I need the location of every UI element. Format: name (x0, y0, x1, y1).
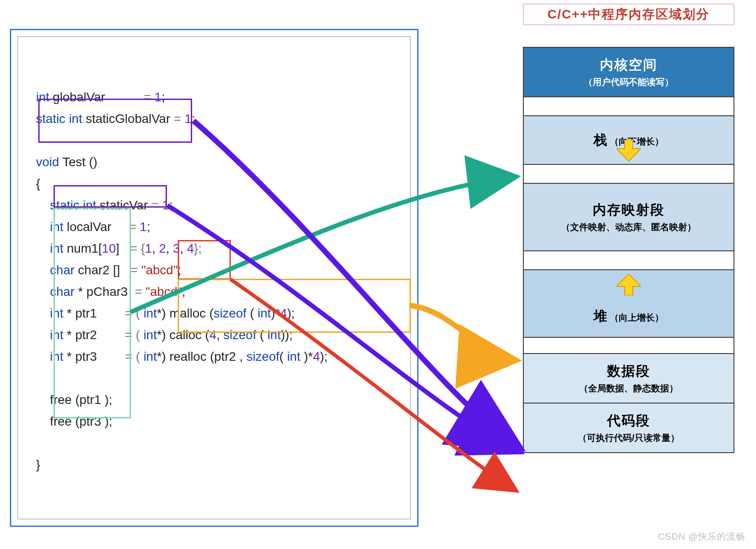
highlight-string-literals (178, 240, 231, 280)
svg-marker-0 (616, 140, 641, 161)
highlight-stack-locals (54, 208, 131, 418)
memory-segment-data: 数据段 （全局数据、静态数据） (524, 353, 734, 403)
arrow-up-icon (616, 274, 641, 295)
code-line: void Test () (36, 151, 410, 173)
segment-subtitle: （全局数据、静态数据） (579, 382, 678, 395)
diagram-title: C/C++中程序内存区域划分 (523, 4, 734, 25)
arrow-down-icon (616, 140, 641, 161)
memory-gap (524, 96, 734, 115)
memory-gap (524, 250, 734, 269)
segment-title: 堆 (594, 307, 608, 326)
segment-title: 栈 (594, 131, 608, 150)
segment-subtitle: （文件映射、动态库、匿名映射） (561, 221, 696, 233)
segment-title: 内核空间 (600, 56, 657, 74)
highlight-globals (38, 99, 192, 143)
memory-segment-stack: 栈 （向下增长） (524, 115, 734, 164)
segment-subtitle: （向上增长） (610, 312, 664, 324)
highlight-heap-allocs (178, 279, 411, 333)
code-line: } (36, 454, 410, 476)
watermark-text: CSDN @快乐的流畅 (658, 531, 745, 543)
arrow-heap-icon (410, 305, 517, 360)
segment-title: 数据段 (607, 362, 650, 381)
svg-marker-1 (616, 274, 641, 295)
code-line (36, 432, 410, 454)
segment-title: 内存映射段 (593, 201, 665, 219)
memory-layout-table: 内核空间 （用户代码不能读写） 栈 （向下增长） 内存映射段 （文件映射、动态库… (523, 47, 734, 453)
memory-segment-kernel: 内核空间 （用户代码不能读写） (524, 47, 734, 96)
memory-gap (524, 337, 734, 353)
highlight-static-local (54, 185, 167, 208)
memory-gap (524, 164, 734, 183)
segment-subtitle: （用户代码不能读写） (584, 76, 674, 88)
code-outer-frame: int globalVar = 1; static int staticGlob… (10, 29, 418, 527)
memory-segment-heap: 堆 （向上增长） (524, 269, 734, 337)
memory-segment-code: 代码段 （可执行代码/只读常量） (524, 403, 734, 452)
segment-title: 代码段 (607, 412, 650, 430)
segment-subtitle: （可执行代码/只读常量） (578, 432, 680, 444)
memory-segment-mmap: 内存映射段 （文件映射、动态库、匿名映射） (524, 183, 734, 250)
